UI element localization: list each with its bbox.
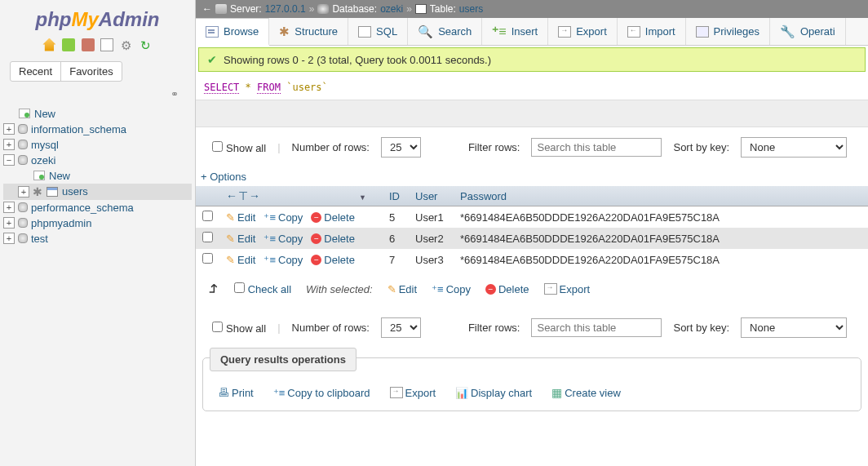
num-rows-select[interactable]: 25 (381, 317, 421, 338)
tree-table-users[interactable]: +✱users (3, 184, 192, 200)
logout-icon[interactable] (62, 38, 75, 51)
settings-icon[interactable]: ⚙ (120, 38, 133, 51)
sidebar-quick-icons: ⚙ ↻ (0, 34, 195, 55)
check-all[interactable]: Check all (234, 282, 291, 295)
collapse-sidebar-icon[interactable]: ← (202, 3, 212, 15)
collapse-icon[interactable]: − (3, 154, 15, 166)
print-button[interactable]: 🖶Print (218, 386, 254, 399)
expand-icon[interactable]: + (18, 186, 29, 197)
row-copy[interactable]: ⁺≡Copy (264, 211, 303, 224)
database-icon (18, 233, 28, 243)
bulk-arrow-icon: ↵ (205, 283, 223, 295)
tree-db-ozeki[interactable]: −ozeki (3, 153, 192, 168)
structure-icon[interactable]: ✱ (33, 185, 42, 198)
show-all-checkbox[interactable] (212, 322, 223, 332)
row-edit[interactable]: ✎Edit (226, 254, 255, 266)
copy-clipboard-button[interactable]: ⁺≡Copy to clipboard (273, 386, 370, 399)
tab-recent[interactable]: Recent (11, 62, 61, 81)
delete-icon: − (311, 212, 321, 223)
col-id[interactable]: ID (383, 186, 409, 206)
sort-arrows-icon[interactable]: ←⊤→ (226, 189, 261, 202)
col-password[interactable]: Password (454, 186, 868, 206)
row-edit[interactable]: ✎Edit (226, 211, 255, 224)
bulk-delete[interactable]: −Delete (485, 283, 529, 295)
display-chart-button[interactable]: 📊Display chart (455, 386, 532, 399)
tab-insert[interactable]: ⁺≡Insert (482, 18, 548, 45)
bulk-export[interactable]: Export (544, 283, 591, 295)
row-delete[interactable]: −Delete (311, 254, 355, 266)
tree-new[interactable]: New (3, 106, 192, 122)
edit-icon: ✎ (226, 254, 235, 266)
row-checkbox[interactable] (202, 211, 213, 221)
check-all-checkbox[interactable] (234, 282, 245, 293)
tab-export[interactable]: Export (548, 18, 618, 45)
filter-input[interactable] (531, 318, 662, 337)
reload-icon[interactable]: ↻ (140, 38, 153, 51)
tab-search[interactable]: 🔍Search (408, 18, 482, 45)
tab-favorites[interactable]: Favorites (61, 62, 121, 81)
operations-icon: 🔧 (780, 26, 795, 38)
tab-browse[interactable]: Browse (196, 18, 269, 46)
bulk-edit[interactable]: ✎Edit (388, 283, 417, 295)
col-user[interactable]: User (409, 186, 454, 206)
check-icon: ✔ (207, 53, 217, 66)
sort-label: Sort by key: (673, 141, 729, 153)
tree-db-test[interactable]: +test (3, 231, 192, 246)
home-icon[interactable] (42, 38, 55, 51)
table-row: ✎Edit⁺≡Copy−Delete6User2*6691484EA6B50DD… (196, 228, 868, 249)
expand-icon[interactable]: + (3, 139, 15, 150)
sort-select[interactable]: None (741, 317, 847, 338)
tab-operations[interactable]: 🔧Operati (770, 18, 846, 45)
sql-query[interactable]: SELECT * FROM `users` (196, 78, 868, 100)
copy-icon: ⁺≡ (264, 254, 276, 266)
cell-user: User2 (409, 228, 454, 249)
database-icon (18, 218, 28, 228)
row-checkbox[interactable] (202, 253, 213, 264)
bc-table-label: Table: (430, 3, 456, 15)
database-icon (18, 124, 28, 134)
tree-db-performance-schema[interactable]: +performance_schema (3, 200, 192, 215)
tab-sql[interactable]: SQL (348, 18, 408, 45)
options-toggle[interactable]: + Options (201, 171, 246, 183)
bc-server-label: Server: (230, 3, 262, 15)
filter-input[interactable] (531, 138, 662, 157)
row-edit[interactable]: ✎Edit (226, 233, 255, 245)
table-icon (415, 4, 427, 14)
col-actions: ←⊤→ (219, 186, 383, 206)
sort-select[interactable]: None (741, 137, 847, 158)
logo[interactable]: phpMyAdmin (0, 0, 195, 34)
bc-table[interactable]: users (459, 3, 483, 15)
show-all[interactable]: Show all (212, 141, 266, 154)
tab-privileges[interactable]: Privileges (686, 18, 770, 45)
expand-icon[interactable]: + (3, 233, 15, 244)
tab-import[interactable]: Import (618, 18, 686, 45)
tree-db-information-schema[interactable]: +information_schema (3, 122, 192, 137)
bc-db[interactable]: ozeki (380, 3, 403, 15)
sql-icon[interactable] (82, 38, 95, 51)
bc-server[interactable]: 127.0.0.1 (265, 3, 306, 15)
row-delete[interactable]: −Delete (311, 211, 355, 224)
tab-structure[interactable]: ✱Structure (269, 18, 348, 45)
show-all-checkbox[interactable] (212, 141, 223, 152)
row-delete[interactable]: −Delete (311, 233, 355, 245)
server-icon (215, 4, 227, 14)
create-view-button[interactable]: ▦Create view (551, 386, 621, 399)
tree-ozeki-new[interactable]: New (3, 168, 192, 184)
bulk-copy[interactable]: ⁺≡Copy (432, 283, 471, 295)
row-copy[interactable]: ⁺≡Copy (264, 254, 303, 266)
expand-icon[interactable]: + (3, 217, 15, 229)
row-copy[interactable]: ⁺≡Copy (264, 233, 303, 245)
export-button[interactable]: Export (390, 386, 436, 399)
link-icon[interactable]: ⚭ (0, 88, 195, 103)
delete-icon: − (311, 233, 321, 244)
expand-icon[interactable]: + (3, 123, 15, 135)
logo-admin: Admin (99, 8, 160, 30)
tree-db-phpmyadmin[interactable]: +phpmyadmin (3, 215, 192, 231)
docs-icon[interactable] (100, 38, 113, 51)
show-all-bottom[interactable]: Show all (212, 322, 266, 335)
row-checkbox[interactable] (202, 232, 213, 242)
table-icon (46, 186, 59, 197)
expand-icon[interactable]: + (3, 202, 15, 213)
tree-db-mysql[interactable]: +mysql (3, 137, 192, 153)
num-rows-select[interactable]: 25 (381, 137, 421, 158)
